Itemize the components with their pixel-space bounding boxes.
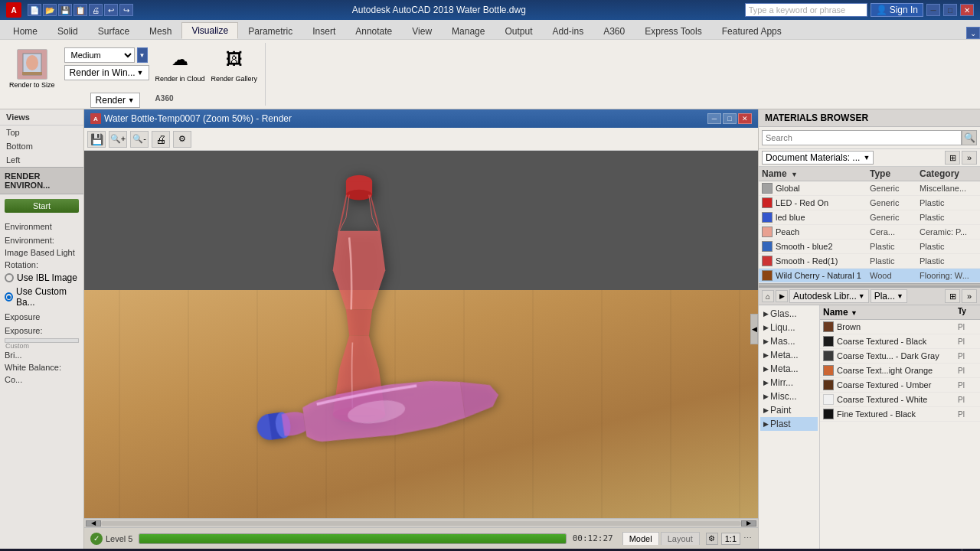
- tab-visualize[interactable]: Visualize: [181, 22, 238, 39]
- sign-in-button[interactable]: 👤 Sign In: [871, 3, 923, 17]
- autodesk-lib-btn[interactable]: Autodesk Libr... ▼: [789, 289, 869, 303]
- ribbon-expand-btn[interactable]: ⌄: [966, 27, 980, 39]
- lib-mat-coarse-orange[interactable]: Coarse Text...ight Orange Pl: [820, 364, 980, 378]
- tab-add-ins[interactable]: Add-ins: [543, 23, 594, 39]
- render-in-window-btn[interactable]: Render in Win... ▼: [64, 65, 149, 80]
- use-custom-bg-radio[interactable]: Use Custom Ba...: [5, 285, 79, 309]
- lib-tree-paint[interactable]: ▶ Paint: [760, 403, 818, 417]
- tab-manage[interactable]: Manage: [442, 23, 495, 39]
- lib-mat-brown-name: Brown: [837, 322, 958, 331]
- lib-mat-coarse-umber[interactable]: Coarse Textured - Umber Pl: [820, 378, 980, 393]
- lib-home-icon[interactable]: ⌂: [762, 290, 774, 302]
- lib-mat-brown[interactable]: Brown Pl: [820, 320, 980, 334]
- use-ibl-image-radio[interactable]: Use IBL Image: [5, 271, 79, 285]
- materials-search-input[interactable]: [762, 130, 962, 145]
- save-btn[interactable]: 💾: [58, 4, 72, 16]
- tab-view[interactable]: View: [402, 23, 442, 39]
- mat-type-smooth-red: Plastic: [870, 256, 920, 266]
- tab-surface[interactable]: Surface: [88, 23, 139, 39]
- lib-sub-btn[interactable]: Pla... ▼: [871, 289, 907, 303]
- scroll-right-btn[interactable]: ▶: [741, 520, 756, 527]
- render-minimize-btn[interactable]: ─: [707, 113, 721, 124]
- tab-featured-apps[interactable]: Featured Apps: [712, 23, 792, 39]
- lib-tree-masonry[interactable]: ▶ Mas...: [760, 334, 818, 348]
- print-btn[interactable]: 🖨: [89, 4, 103, 16]
- lib-mat-coarse-black[interactable]: Coarse Textured - Black Pl: [820, 334, 980, 349]
- render-options-btn[interactable]: ⚙: [173, 131, 191, 148]
- close-button[interactable]: ✕: [960, 4, 974, 16]
- render-scrollbar-horizontal[interactable]: ◀ ▶: [84, 518, 758, 527]
- render-close-btn[interactable]: ✕: [738, 113, 752, 124]
- view-bottom[interactable]: Bottom: [0, 139, 83, 153]
- start-button[interactable]: Start: [5, 199, 79, 213]
- mat-row-smooth-red[interactable]: Smooth - Red(1) Plastic Plastic: [759, 254, 980, 269]
- print-render-btn[interactable]: 🖨: [152, 131, 170, 148]
- mat-row-smooth-blue2[interactable]: Smooth - blue2 Plastic Plastic: [759, 240, 980, 254]
- lib-mat-fine-black[interactable]: Fine Textured - Black Pl: [820, 407, 980, 422]
- status-scale-btn[interactable]: 1:1: [721, 533, 740, 545]
- mat-expand-btn[interactable]: »: [962, 151, 977, 165]
- tab-a360[interactable]: A360: [593, 23, 635, 39]
- save-as-btn[interactable]: 📋: [74, 4, 87, 16]
- mat-cat-led-blue: Plastic: [920, 213, 977, 222]
- render-dropdown-btn[interactable]: Render ▼: [90, 93, 140, 108]
- mat-row-led-blue[interactable]: led blue Generic Plastic: [759, 210, 980, 225]
- tab-express-tools[interactable]: Express Tools: [635, 23, 711, 39]
- mat-row-wild-cherry[interactable]: Wild Cherry - Natural 1 Wood Flooring: W…: [759, 269, 980, 283]
- undo-btn[interactable]: ↩: [104, 4, 118, 16]
- panel-collapse-btn[interactable]: ◀: [750, 314, 758, 344]
- view-left[interactable]: Left: [0, 153, 83, 167]
- tab-solid[interactable]: Solid: [47, 23, 88, 39]
- scroll-track-h[interactable]: [101, 521, 741, 526]
- mat-view-btn[interactable]: ⊞: [945, 151, 960, 165]
- mat-name-led-blue: led blue: [776, 213, 870, 222]
- mat-row-led-red[interactable]: LED - Red On Generic Plastic: [759, 196, 980, 210]
- tab-insert[interactable]: Insert: [302, 23, 345, 39]
- lib-tree-glass[interactable]: ▶ Glas...: [760, 307, 818, 321]
- layout-tab[interactable]: Layout: [661, 532, 700, 545]
- lib-view-btn[interactable]: ⊞: [945, 289, 960, 303]
- view-top[interactable]: Top: [0, 126, 83, 139]
- zoom-out-btn[interactable]: 🔍-: [130, 131, 149, 148]
- document-materials-dropdown[interactable]: Document Materials: ... ▼: [762, 151, 874, 165]
- lib-mat-coarse-white[interactable]: Coarse Textured - White Pl: [820, 393, 980, 407]
- model-tab[interactable]: Model: [622, 532, 659, 545]
- scene-background: [84, 151, 758, 305]
- global-search-box[interactable]: Type a keyword or phrase: [745, 3, 867, 17]
- mat-row-peach[interactable]: Peach Cera... Ceramic: P...: [759, 225, 980, 240]
- redo-btn[interactable]: ↪: [119, 4, 133, 16]
- render-maximize-btn[interactable]: □: [723, 113, 737, 124]
- open-btn[interactable]: 📂: [43, 4, 57, 16]
- minimize-button[interactable]: ─: [926, 4, 940, 16]
- lib-tree-plastic[interactable]: ▶ Plast: [760, 417, 818, 431]
- lib-tree-metal2[interactable]: ▶ Meta...: [760, 362, 818, 376]
- lib-tree-misc[interactable]: ▶ Misc...: [760, 390, 818, 403]
- lib-tree-mirror[interactable]: ▶ Mirr...: [760, 376, 818, 390]
- zoom-in-btn[interactable]: 🔍+: [109, 131, 127, 148]
- lib-tree-metal1[interactable]: ▶ Meta...: [760, 348, 818, 362]
- lib-swatch-coarse-darkgray: [823, 350, 834, 361]
- save-image-btn[interactable]: 💾: [87, 131, 106, 148]
- tab-parametric[interactable]: Parametric: [238, 23, 302, 39]
- render-gallery-btn[interactable]: 🖼 Render Gallery: [211, 46, 258, 83]
- maximize-button[interactable]: □: [943, 4, 957, 16]
- scroll-left-btn[interactable]: ◀: [86, 520, 101, 527]
- tab-output[interactable]: Output: [495, 23, 542, 39]
- status-settings-btn[interactable]: ⚙: [706, 533, 718, 545]
- materials-search-icon[interactable]: 🔍: [962, 130, 977, 145]
- environment-label: Environment: [5, 222, 79, 231]
- render-quality-expand[interactable]: ▼: [137, 47, 148, 63]
- render-in-cloud-btn[interactable]: ☁ Render in Cloud: [155, 46, 205, 83]
- tab-mesh[interactable]: Mesh: [139, 23, 181, 39]
- lib-mat-coarse-darkgray[interactable]: Coarse Textu... - Dark Gray Pl: [820, 349, 980, 364]
- lib-tree-liquid[interactable]: ▶ Liqu...: [760, 321, 818, 334]
- render-to-size-btn[interactable]: Render to Size: [6, 46, 58, 93]
- lib-expand-btn[interactable]: »: [962, 289, 977, 303]
- tab-annotate[interactable]: Annotate: [345, 23, 402, 39]
- render-quality-select[interactable]: Medium Low High Draft Presentation: [64, 47, 135, 63]
- lib-nav-icon[interactable]: ▶: [776, 290, 788, 302]
- tab-home[interactable]: Home: [3, 23, 47, 39]
- exposure-slider[interactable]: Custom: [5, 338, 79, 343]
- mat-row-global[interactable]: Global Generic Miscellane...: [759, 181, 980, 196]
- new-btn[interactable]: 📄: [28, 4, 41, 16]
